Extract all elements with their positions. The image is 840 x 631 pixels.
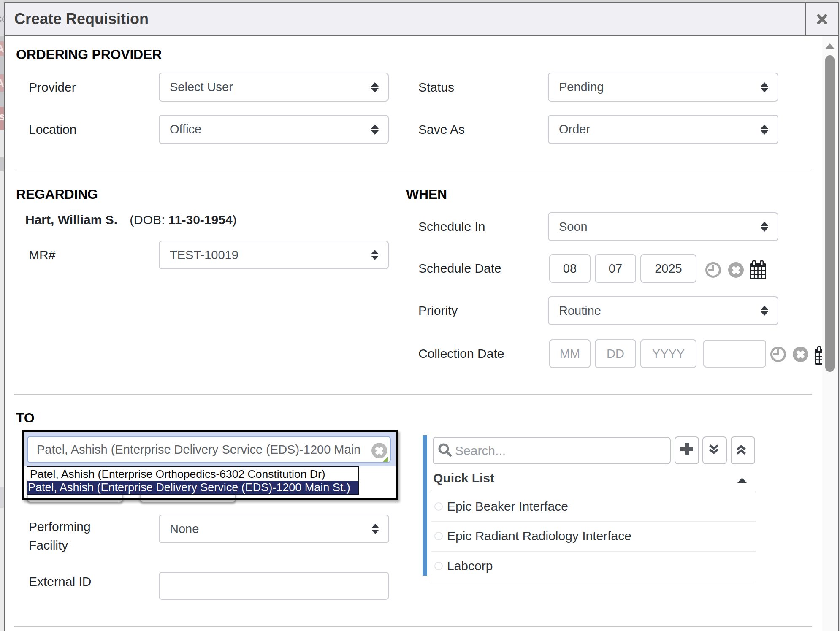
quick-list-header[interactable]: Quick List xyxy=(433,471,756,487)
recipient-input[interactable] xyxy=(27,436,391,463)
section-divider xyxy=(14,394,812,395)
caret-down-triangle xyxy=(761,88,768,92)
priority-select-value: Routine xyxy=(559,304,601,318)
quick-list-item-label: Epic Radiant Radiology Interface xyxy=(447,529,631,543)
caret-up-triangle xyxy=(371,250,379,254)
close-button[interactable] xyxy=(805,3,838,35)
collection-date-clear-icon[interactable] xyxy=(793,347,808,362)
caret-down-triangle xyxy=(371,130,379,135)
recipient-suggestion-list: Patel, Ashish (Enterprise Orthopedics-63… xyxy=(27,466,359,495)
status-select[interactable]: Pending xyxy=(548,73,778,102)
background-strip: ce xyxy=(0,0,4,36)
suggestion-item[interactable]: Patel, Ashish (Enterprise Orthopedics-63… xyxy=(27,467,358,481)
provider-select[interactable]: Select User xyxy=(159,73,389,102)
background-strip xyxy=(0,157,4,171)
priority-select[interactable]: Routine xyxy=(548,296,778,325)
provider-select-value: Select User xyxy=(170,80,233,94)
caret-up-triangle xyxy=(761,222,768,226)
caret-up-triangle xyxy=(761,125,768,129)
list-separator xyxy=(431,582,756,582)
schedule-date-clear-icon[interactable] xyxy=(728,262,744,278)
background-strip: s. xyxy=(0,107,4,130)
plus-icon xyxy=(680,442,694,456)
external-id-input[interactable] xyxy=(159,572,389,600)
collection-date-day-input[interactable] xyxy=(595,339,636,368)
collapse-all-button[interactable] xyxy=(731,436,755,464)
provider-label: Provider xyxy=(29,73,76,102)
schedule-in-select[interactable]: Soon xyxy=(548,212,778,241)
mr-select-value: TEST-10019 xyxy=(170,248,238,262)
section-heading-to: TO xyxy=(16,410,34,426)
modal-title: Create Requisition xyxy=(14,3,149,35)
select-caret-icon xyxy=(371,524,379,534)
chevron-double-down-icon xyxy=(708,443,719,454)
background-strip xyxy=(0,130,4,157)
save-as-select-value: Order xyxy=(559,122,590,136)
caret-down-triangle xyxy=(761,311,768,316)
collection-date-time-icon[interactable] xyxy=(770,347,786,362)
collection-date-month-input[interactable] xyxy=(549,339,591,368)
background-strip: A xyxy=(0,41,4,56)
performing-facility-select-value: None xyxy=(170,522,199,536)
radio-button[interactable] xyxy=(434,562,443,570)
quick-list-underline xyxy=(431,490,756,490)
resize-handle-icon xyxy=(383,457,388,462)
quick-list-item-epic-beaker[interactable]: Epic Beaker Interface xyxy=(431,492,756,521)
modal-scrollbar[interactable] xyxy=(822,36,838,631)
collection-date-time-input[interactable] xyxy=(703,340,766,368)
add-button[interactable] xyxy=(675,436,699,464)
patient-dob: (DOB: 11-30-1954) xyxy=(130,213,236,227)
select-caret-icon xyxy=(761,222,768,232)
modal-body: ORDERING PROVIDER Provider Select User S… xyxy=(5,36,838,631)
schedule-date-month-input[interactable] xyxy=(549,254,591,283)
dob-suffix: ) xyxy=(233,213,237,227)
save-as-select[interactable]: Order xyxy=(548,115,778,144)
scroll-up-arrow-icon[interactable] xyxy=(825,43,835,49)
performing-facility-select[interactable]: None xyxy=(159,515,389,543)
search-box xyxy=(433,437,671,464)
quick-list-item-labcorp[interactable]: Labcorp xyxy=(431,551,756,581)
schedule-date-year-input[interactable] xyxy=(640,254,696,283)
schedule-date-time-icon[interactable] xyxy=(705,262,721,278)
background-strip: A xyxy=(0,74,4,92)
background-strip xyxy=(0,56,4,74)
collection-date-label: Collection Date xyxy=(418,339,504,368)
section-divider xyxy=(14,171,812,171)
quick-list-item-epic-radiant[interactable]: Epic Radiant Radiology Interface xyxy=(431,521,756,551)
scrollbar-thumb[interactable] xyxy=(825,55,835,372)
search-input[interactable] xyxy=(454,444,670,458)
location-select-value: Office xyxy=(170,122,201,136)
suggestion-item-highlighted[interactable]: Patel, Ashish (Enterprise Delivery Servi… xyxy=(27,481,358,494)
performing-facility-label: Performing Facility xyxy=(29,512,91,560)
select-caret-icon xyxy=(761,82,768,92)
collapse-caret-icon xyxy=(737,478,747,483)
patient-line: Hart, William S. (DOB: 11-30-1954) xyxy=(25,207,237,233)
performing-facility-label-line2: Facility xyxy=(29,536,68,555)
quick-list-item-label: Epic Beaker Interface xyxy=(447,499,568,514)
schedule-date-calendar-icon[interactable] xyxy=(750,260,766,279)
radio-button[interactable] xyxy=(434,502,443,511)
collection-date-year-input[interactable] xyxy=(640,339,696,368)
recipient-clear-icon[interactable] xyxy=(371,443,387,458)
location-label: Location xyxy=(29,115,76,144)
location-select[interactable]: Office xyxy=(159,115,389,144)
background-strip xyxy=(0,36,4,41)
schedule-in-select-value: Soon xyxy=(559,220,588,234)
select-caret-icon xyxy=(761,125,768,135)
expand-all-button[interactable] xyxy=(702,436,727,464)
caret-up-triangle xyxy=(761,82,768,87)
section-heading-regarding: REGARDING xyxy=(16,187,98,202)
radio-button[interactable] xyxy=(434,532,443,540)
chevron-double-up-icon xyxy=(736,445,747,456)
schedule-in-label: Schedule In xyxy=(418,212,485,241)
background-strip xyxy=(0,508,4,631)
mr-select[interactable]: TEST-10019 xyxy=(159,241,389,269)
caret-up-triangle xyxy=(761,306,768,310)
select-caret-icon xyxy=(371,82,379,92)
schedule-date-day-input[interactable] xyxy=(595,254,636,283)
performing-facility-label-line1: Performing xyxy=(29,517,91,536)
caret-up-triangle xyxy=(371,82,379,87)
quick-list-item-label: Labcorp xyxy=(447,559,493,573)
background-strip xyxy=(0,92,4,107)
mr-label: MR# xyxy=(29,241,55,269)
